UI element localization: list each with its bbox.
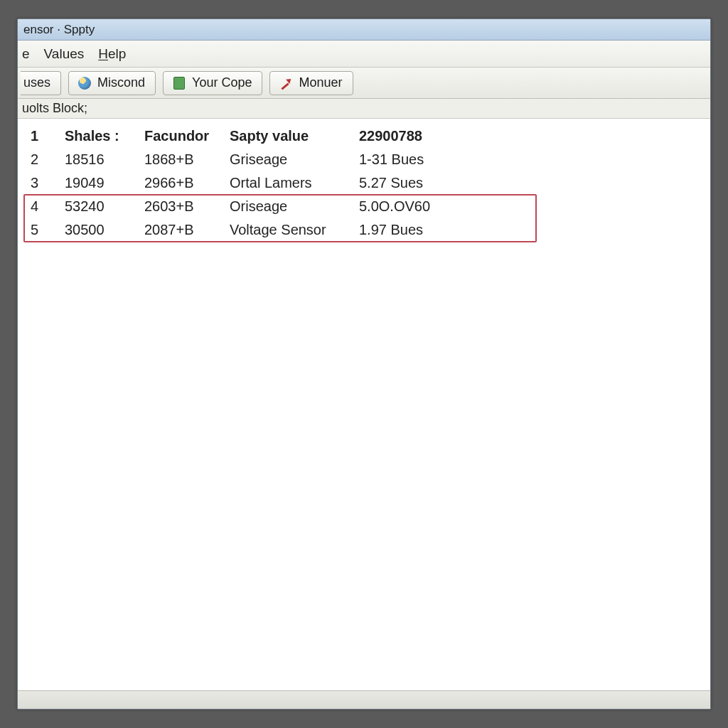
table-cell: 30500 [65,220,144,240]
table-cell: 1868+B [144,149,230,170]
content-area: 1 Shales : Facundor Sapty value 22900788… [18,119,710,690]
table-cell: 2 [31,149,65,170]
table-cell: 4 [31,196,65,217]
toolbar-button-label: Your Cope [192,75,252,90]
menu-item-values[interactable]: Values [44,46,85,62]
document-icon [172,76,186,90]
table-cell: 1.97 Bues [359,220,480,240]
toolbar-button-label: Monuer [299,75,342,90]
table-cell: Voltage Sensor [230,220,359,240]
table-header-number: 22900788 [359,126,480,146]
table-cell: 5.0O.OV60 [359,196,480,217]
toolbar-button-uses[interactable]: uses [21,71,61,95]
menu-help-mnemonic: H [98,46,108,61]
table-cell: 2603+B [144,196,230,217]
table-cell: 5 [31,220,65,240]
table-cell: 19049 [65,173,144,193]
sub-toolbar-label: uolts Block; [18,99,710,119]
table-cell: 53240 [65,196,144,217]
table-cell: 3 [31,173,65,193]
table-cell: Griseage [230,149,359,170]
menu-bar: e Values Help [18,41,710,68]
data-table: 1 Shales : Facundor Sapty value 22900788… [31,126,705,240]
table-cell: 2087+B [144,220,230,240]
table-cell: Ortal Lamers [230,173,359,193]
window-title: ensor · Sppty [23,23,95,37]
title-bar[interactable]: ensor · Sppty [18,19,710,41]
toolbar-button-miscond[interactable]: Miscond [68,71,156,95]
toolbar-button-monuer[interactable]: Monuer [269,71,353,95]
arrow-icon [279,76,293,90]
menu-item-file-cut[interactable]: e [22,46,30,62]
toolbar-button-label: Miscond [97,75,145,90]
status-bar [18,690,710,709]
table-cell: 18516 [65,149,144,170]
toolbar: uses Miscond Your Cope Monuer [18,68,710,99]
sub-toolbar-text: uolts Block; [22,101,87,116]
toolbar-button-your-cope[interactable]: Your Cope [163,71,262,95]
table-header-sapty-value: Sapty value [230,126,359,146]
table-header-facundor: Facundor [144,126,230,146]
table-header-index: 1 [31,126,65,146]
table-cell: 5.27 Sues [359,173,480,193]
menu-item-help[interactable]: Help [98,46,126,62]
table-header-shales: Shales : [65,126,144,146]
table-cell: Oriseage [230,196,359,217]
menu-help-rest: elp [108,46,126,61]
app-window: ensor · Sppty e Values Help uses Miscond… [17,18,711,710]
toolbar-button-label: uses [23,75,50,90]
table-cell: 2966+B [144,173,230,193]
table-cell: 1-31 Bues [359,149,480,170]
globe-icon [77,76,92,90]
